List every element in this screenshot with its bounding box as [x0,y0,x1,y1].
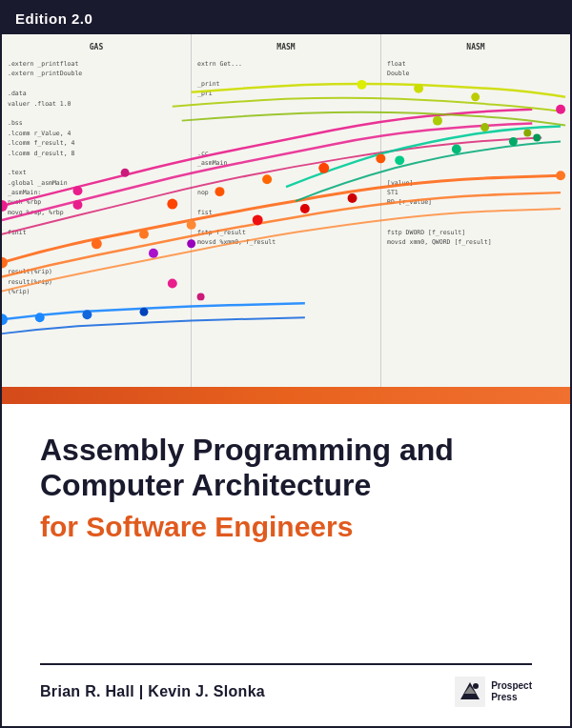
svg-point-4 [197,293,205,300]
svg-point-20 [452,144,461,153]
book-cover: Edition 2.0 GAS .extern _printfloat .ext… [0,0,572,728]
svg-point-22 [533,134,541,142]
publisher-mountain-icon [455,677,485,707]
svg-point-32 [556,105,565,114]
svg-point-16 [433,116,442,126]
svg-point-15 [471,92,480,101]
svg-point-6 [215,187,225,196]
svg-point-29 [149,249,158,258]
color-stripe [2,387,570,404]
svg-point-9 [376,153,385,163]
svg-point-33 [2,257,8,269]
authors-bar: Brian R. Hall | Kevin J. Slonka Prospect… [40,663,532,707]
authors-text: Brian R. Hall | Kevin J. Slonka [40,683,265,700]
svg-point-28 [348,193,358,203]
publisher-logo: Prospect Press [455,677,532,707]
svg-point-13 [358,80,367,90]
svg-point-8 [318,163,329,173]
svg-point-24 [82,310,92,319]
svg-point-2 [121,169,130,177]
svg-point-30 [187,239,195,248]
svg-point-19 [395,155,404,165]
circuit-area: GAS .extern _printfloat .extern _printDo… [2,34,570,387]
svg-point-14 [414,84,423,93]
svg-point-34 [556,171,565,180]
svg-point-26 [253,214,263,225]
svg-point-12 [187,220,196,230]
edition-text: Edition 2.0 [15,10,92,27]
svg-point-7 [262,174,272,184]
svg-point-18 [523,130,531,137]
svg-point-11 [139,230,149,239]
svg-point-3 [168,279,177,289]
edition-banner: Edition 2.0 [2,2,570,34]
svg-point-10 [92,238,102,249]
book-subtitle: for Software Engineers [40,511,532,543]
svg-point-17 [480,123,489,131]
svg-point-0 [73,186,83,195]
svg-point-25 [140,308,149,316]
svg-point-5 [167,199,177,210]
svg-point-27 [300,204,310,213]
circuit-overlay [2,34,570,387]
svg-point-23 [35,313,45,322]
book-title: Assembly Programming and Computer Archit… [40,433,532,503]
content-area: Assembly Programming and Computer Archit… [2,404,570,726]
svg-point-39 [473,683,479,689]
svg-point-31 [2,200,8,212]
svg-point-21 [509,137,518,146]
publisher-name: Prospect Press [491,680,532,703]
svg-point-1 [73,200,83,210]
svg-point-35 [2,313,8,325]
